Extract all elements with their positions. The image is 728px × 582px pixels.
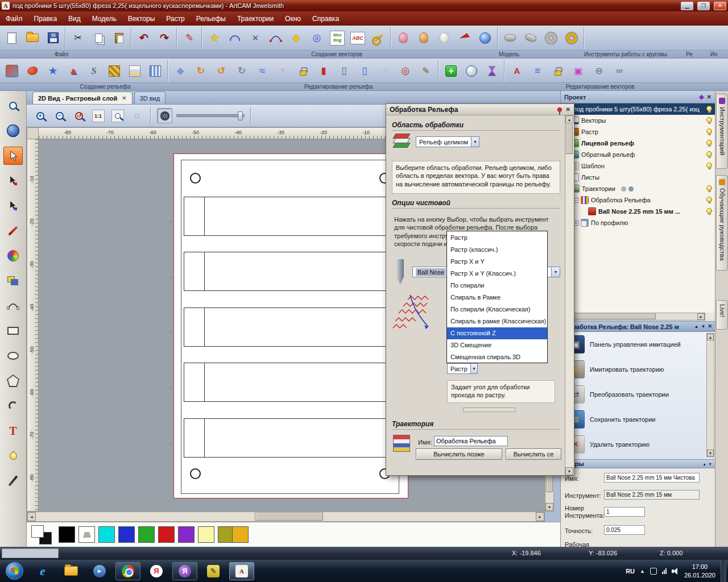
vector-fit-text-icon[interactable]: A bbox=[507, 60, 527, 82]
restore-button[interactable]: ❐ bbox=[697, 2, 710, 10]
paste-icon[interactable] bbox=[109, 27, 129, 49]
relief-spin-icon[interactable]: ↻ bbox=[191, 60, 210, 82]
vector-editing-tool-icon[interactable] bbox=[3, 297, 23, 315]
param-number-field[interactable]: 1 bbox=[604, 507, 645, 517]
relief-diamond-icon[interactable]: ◆ bbox=[375, 60, 395, 82]
tree-item-back-relief[interactable]: Обратный рельеф bbox=[561, 149, 715, 160]
relief-add-icon[interactable]: + bbox=[441, 60, 461, 82]
tab-toolbox[interactable]: Инструментарий bbox=[716, 94, 728, 169]
dropdown-option[interactable]: Растр (классич.) bbox=[447, 244, 547, 256]
taskbar-browser-button[interactable]: Я bbox=[172, 562, 197, 580]
scroll-left-icon[interactable]: ◄ bbox=[27, 512, 36, 521]
zoom-out-button[interactable]: − bbox=[52, 108, 67, 123]
vector-lock-icon[interactable] bbox=[548, 60, 568, 82]
visibility-bulb-icon[interactable] bbox=[706, 185, 712, 191]
dialog-title-bar[interactable]: Обработка Рельефа ✕ bbox=[386, 104, 574, 115]
bezier-node-icon[interactable] bbox=[266, 27, 286, 49]
menu-window[interactable]: Окно bbox=[279, 11, 307, 26]
vector-join-icon[interactable]: ∞ bbox=[610, 60, 629, 82]
save-model-icon[interactable] bbox=[43, 27, 63, 49]
rotary-wrap-icon[interactable] bbox=[521, 27, 540, 49]
scrollbar-thumb[interactable] bbox=[255, 513, 323, 521]
visibility-bulb-icon[interactable] bbox=[706, 163, 712, 168]
dropdown-option[interactable]: Спираль в рамке (Классическая) bbox=[447, 315, 547, 327]
wrench-tool-icon[interactable] bbox=[369, 27, 388, 49]
scrollbar-thumb[interactable] bbox=[566, 124, 573, 154]
taskbar-media-button[interactable]: ► bbox=[87, 562, 112, 580]
save-toolpaths-button[interactable]: ≣ Сохранить траектории bbox=[561, 407, 715, 432]
menu-toolpaths[interactable]: Траектории bbox=[231, 11, 279, 26]
palette-swatch-blue[interactable] bbox=[118, 526, 135, 543]
palette-swatch-lightyellow[interactable] bbox=[198, 526, 214, 543]
relief-rotate-icon[interactable]: ↻ bbox=[232, 60, 251, 82]
tree-item-profile[interactable]: + По профилю bbox=[561, 217, 715, 228]
dropdown-option[interactable]: Спираль в Рамке bbox=[447, 292, 547, 304]
panel-close-icon[interactable]: ✕ bbox=[708, 324, 712, 329]
select-tool-icon[interactable] bbox=[3, 147, 23, 165]
relief-star-icon[interactable]: ★ bbox=[43, 60, 63, 82]
scroll-right-icon[interactable]: ► bbox=[536, 512, 544, 521]
trim-vector-icon[interactable]: ✕ bbox=[246, 27, 265, 49]
param-tolerance-field[interactable]: 0.025 bbox=[604, 525, 645, 535]
paint-palette-tool-icon[interactable] bbox=[3, 272, 23, 290]
tree-item-toolpaths[interactable]: − Траектории bbox=[561, 183, 715, 194]
visibility-bulb-icon[interactable] bbox=[706, 208, 712, 214]
menu-edit[interactable]: Правка bbox=[28, 11, 63, 26]
relief-spin-mirror-icon[interactable]: ↺ bbox=[212, 60, 231, 82]
relief-target-icon[interactable]: ◎ bbox=[396, 60, 415, 82]
cut-icon[interactable]: ✂ bbox=[68, 27, 88, 49]
horizontal-scrollbar[interactable]: ◄ ► bbox=[27, 512, 545, 522]
relief-blob-icon[interactable] bbox=[23, 60, 42, 82]
teddy-white-icon[interactable] bbox=[435, 27, 454, 49]
relief-smooth-icon[interactable]: ≈ bbox=[253, 60, 272, 82]
palette-swatch-red[interactable] bbox=[158, 526, 175, 543]
relief-weave-icon[interactable] bbox=[105, 60, 124, 82]
dropdown-option[interactable]: Растр X и Y (Классич.) bbox=[447, 268, 547, 280]
start-button[interactable] bbox=[6, 562, 23, 580]
taskbar-artcam-button[interactable]: A bbox=[229, 562, 254, 580]
zoom-object-button[interactable]: ○ bbox=[129, 108, 144, 123]
rectangle-tool-icon[interactable] bbox=[3, 322, 23, 340]
new-model-icon[interactable] bbox=[2, 27, 22, 49]
chevron-up-icon[interactable]: ▲ bbox=[694, 325, 699, 329]
color-wheel-tool-icon[interactable] bbox=[3, 247, 23, 265]
open-model-icon[interactable] bbox=[23, 27, 42, 49]
tree-item-vectors[interactable]: Векторы bbox=[561, 115, 715, 126]
vector-offset-icon[interactable]: ≡ bbox=[528, 60, 547, 82]
nesting-icon[interactable]: Nesting bbox=[328, 27, 347, 49]
calculate-now-button[interactable]: Вычислить се bbox=[506, 448, 561, 460]
transform-toolpaths-button[interactable]: ⇄ Преобразовать траектории bbox=[561, 382, 715, 407]
zoom-tool-icon[interactable] bbox=[3, 97, 23, 115]
tree-item-machine-relief[interactable]: − Обработка Рельефа bbox=[561, 194, 715, 206]
menu-view[interactable]: Вид bbox=[63, 11, 86, 26]
orbit-view-tool-icon[interactable] bbox=[3, 122, 23, 140]
tab-live[interactable]: Live! bbox=[716, 300, 728, 330]
primary-secondary-swatch[interactable] bbox=[31, 525, 52, 544]
node-editing-tool-icon[interactable] bbox=[3, 172, 23, 190]
arc-vector-icon[interactable] bbox=[225, 27, 245, 49]
relief-lock-icon[interactable] bbox=[293, 60, 313, 82]
minimize-button[interactable]: ▁ bbox=[681, 2, 693, 10]
dropdown-option[interactable]: 3D Смещение bbox=[447, 339, 547, 351]
zoom-fit-button[interactable] bbox=[110, 108, 125, 123]
tree-item-template[interactable]: Шаблон bbox=[561, 160, 715, 172]
scroll-right-icon[interactable]: ► bbox=[697, 313, 705, 320]
menu-file[interactable]: Файл bbox=[0, 11, 28, 26]
zoom-in-button[interactable]: + bbox=[32, 108, 48, 123]
palette-swatch-white[interactable] bbox=[78, 526, 95, 543]
visibility-bulb-icon[interactable] bbox=[706, 128, 712, 134]
relief-texture-icon[interactable] bbox=[146, 60, 165, 82]
tree-item-front-relief[interactable]: Лицевой рельеф bbox=[561, 138, 715, 149]
dropdown-option-selected[interactable]: С постоянной Z bbox=[447, 327, 547, 339]
palette-swatch-green[interactable] bbox=[138, 526, 155, 543]
scroll-up-icon[interactable]: ▲ bbox=[565, 115, 573, 123]
ellipse-tool-icon[interactable] bbox=[3, 347, 23, 365]
menu-help[interactable]: Справка bbox=[307, 11, 345, 26]
scroll-down-icon[interactable]: ▼ bbox=[707, 450, 714, 456]
relief-sphere-icon[interactable] bbox=[462, 60, 481, 82]
measure-tool-icon[interactable] bbox=[3, 222, 23, 240]
volume-icon[interactable] bbox=[672, 568, 679, 575]
delete-toolpath-button[interactable]: ✕ Удалить траекторию bbox=[561, 432, 715, 457]
relief-layers-icon[interactable] bbox=[125, 60, 144, 82]
star-vector-icon[interactable]: ★ bbox=[205, 27, 224, 49]
